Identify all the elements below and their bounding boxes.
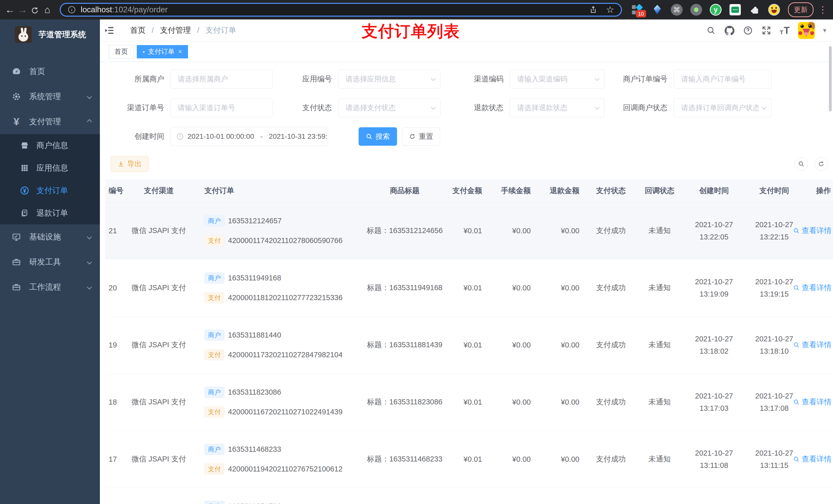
cell-id: 17 bbox=[105, 455, 128, 463]
col-header-title: 商品标题 bbox=[364, 186, 446, 196]
pay-status-select[interactable]: 请选择支付状态 bbox=[338, 98, 441, 117]
gear-icon bbox=[11, 91, 22, 102]
browser-home-icon[interactable]: ⌂ bbox=[41, 0, 53, 20]
magnifier-icon bbox=[793, 456, 800, 462]
table-row: 18 微信 JSAPI 支付 商户1635311823086 支付4200001… bbox=[105, 374, 833, 431]
search-icon[interactable] bbox=[706, 25, 716, 35]
view-detail-link[interactable]: 查看详情 bbox=[793, 397, 833, 407]
github-icon[interactable] bbox=[724, 25, 735, 35]
sidebar-item-system[interactable]: 系统管理 bbox=[0, 84, 100, 109]
search-button[interactable]: 搜索 bbox=[359, 127, 397, 146]
col-header-channel: 支付渠道 bbox=[128, 186, 190, 196]
extension-diamond-icon[interactable]: 10 bbox=[632, 4, 644, 16]
magnifier-icon bbox=[793, 285, 800, 291]
share-icon[interactable] bbox=[589, 6, 597, 14]
sidebar-item-merchant-info[interactable]: 商户信息 bbox=[0, 134, 100, 157]
ext-square-icon bbox=[632, 5, 636, 9]
sidebar-item-label: 商户信息 bbox=[37, 140, 68, 151]
help-icon[interactable] bbox=[743, 25, 753, 35]
fullscreen-icon[interactable] bbox=[761, 25, 771, 35]
cell-order: 商户1635311881440 支付4200001173202110272847… bbox=[190, 330, 364, 360]
refresh-table-button[interactable] bbox=[814, 157, 828, 171]
sidebar-collapse-icon[interactable] bbox=[103, 25, 115, 37]
cell-create-time: 2021-10-2713:22:05 bbox=[684, 218, 744, 243]
channel-code-select[interactable]: 请输入渠道编码 bbox=[510, 70, 604, 89]
merchant-order-no-input[interactable] bbox=[674, 70, 771, 89]
extension-record-icon[interactable] bbox=[690, 4, 703, 16]
refund-status-select[interactable]: 请选择退款状态 bbox=[510, 98, 604, 117]
breadcrumb-payment[interactable]: 支付管理 bbox=[160, 26, 191, 34]
view-detail-link[interactable]: 查看详情 bbox=[793, 454, 833, 464]
chevron-down-icon bbox=[431, 105, 435, 110]
callback-status-select[interactable]: 请选择订单回调商户状态 bbox=[674, 98, 771, 117]
sidebar-item-label: 应用信息 bbox=[37, 163, 68, 173]
browser-reload-icon[interactable] bbox=[29, 0, 41, 20]
tab-pay-order[interactable]: ● 支付订单 × bbox=[137, 45, 188, 58]
sidebar-item-infra[interactable]: 基础设施 bbox=[0, 224, 100, 249]
active-dot-icon: ● bbox=[143, 50, 145, 53]
pay-tag: 支付 bbox=[205, 349, 224, 360]
browser-forward-icon[interactable]: → bbox=[16, 0, 29, 20]
bookmark-star-icon[interactable]: ☆ bbox=[606, 4, 614, 15]
url-text[interactable]: localhost:1024/pay/order bbox=[81, 5, 168, 14]
site-info-icon[interactable] bbox=[67, 5, 76, 14]
cell-fee: ¥0.00 bbox=[489, 398, 538, 406]
cell-notify: 未通知 bbox=[635, 454, 684, 464]
table-toolbar: 导出 bbox=[105, 156, 828, 172]
sidebar-item-pay-order[interactable]: 支付订单 bbox=[0, 179, 100, 202]
tab-close-icon[interactable]: × bbox=[178, 48, 182, 55]
cell-notify: 未通知 bbox=[635, 283, 684, 293]
screen: ← → ⌂ localhost:1024/pay/order ☆ 10 ⌘ bbox=[0, 0, 833, 504]
sidebar-item-app-info[interactable]: 应用信息 bbox=[0, 157, 100, 179]
browser-toolbar: ← → ⌂ localhost:1024/pay/order ☆ 10 ⌘ bbox=[0, 0, 833, 20]
app-title: 芋道管理系统 bbox=[39, 29, 86, 40]
page-scrollbar[interactable] bbox=[829, 46, 832, 112]
cell-title: 标题：1635312124656 bbox=[364, 225, 446, 236]
extension-command-icon[interactable]: ⌘ bbox=[671, 4, 683, 16]
cell-channel: 微信 JSAPI 支付 bbox=[128, 397, 190, 407]
magnifier-icon bbox=[793, 342, 800, 348]
extension-kite-icon[interactable] bbox=[651, 4, 663, 16]
cell-status: 支付成功 bbox=[587, 225, 635, 236]
tab-home[interactable]: 首页 bbox=[109, 45, 134, 58]
briefcase-icon bbox=[11, 282, 22, 293]
browser-update-button[interactable]: 更新 bbox=[788, 2, 813, 17]
view-detail-link[interactable]: 查看详情 bbox=[793, 225, 833, 236]
col-header-pay-time: 支付时间 bbox=[744, 186, 804, 196]
extension-y-icon[interactable]: y bbox=[710, 4, 722, 16]
view-detail-link[interactable]: 查看详情 bbox=[793, 283, 833, 293]
extensions-puzzle-icon[interactable] bbox=[748, 4, 761, 16]
sidebar-item-workflow[interactable]: 工作流程 bbox=[0, 274, 100, 299]
merchant-input[interactable] bbox=[170, 70, 273, 89]
user-avatar[interactable] bbox=[798, 22, 815, 39]
breadcrumb-home[interactable]: 首页 bbox=[130, 26, 145, 34]
view-detail-link[interactable]: 查看详情 bbox=[793, 340, 833, 350]
reset-button[interactable]: 重置 bbox=[402, 127, 440, 146]
export-button[interactable]: 导出 bbox=[111, 156, 148, 172]
monitor-icon bbox=[11, 231, 22, 242]
sidebar-item-refund-order[interactable]: 退款订单 bbox=[0, 202, 100, 224]
extension-chat-icon[interactable] bbox=[729, 4, 741, 16]
sidebar-logo-row[interactable]: 芋道管理系统 bbox=[0, 20, 100, 48]
extension-badge: 10 bbox=[636, 10, 646, 18]
url-path: :1024/pay/order bbox=[112, 5, 168, 14]
col-header-fee: 手续金额 bbox=[489, 186, 538, 196]
cell-notify: 未通知 bbox=[635, 340, 684, 350]
sidebar-item-label: 支付订单 bbox=[37, 185, 68, 196]
create-time-range-picker[interactable]: 2021-10-01 00:00:00 - 2021-10-31 23:59:5… bbox=[170, 127, 328, 146]
address-bar[interactable]: localhost:1024/pay/order ☆ bbox=[60, 3, 622, 17]
profile-emoji-icon[interactable] bbox=[768, 4, 780, 16]
channel-order-no-input[interactable] bbox=[170, 98, 273, 117]
browser-menu-icon[interactable]: ⋮ bbox=[818, 4, 827, 15]
filter-row-3: 创建时间 2021-10-01 00:00:00 - 2021-10-31 23… bbox=[105, 127, 833, 146]
app-no-select[interactable]: 请选择应用信息 bbox=[338, 70, 441, 89]
cell-amount: ¥0.01 bbox=[446, 398, 489, 406]
toggle-search-button[interactable] bbox=[794, 157, 808, 171]
cell-refund: ¥0.00 bbox=[538, 455, 587, 463]
sidebar-item-home[interactable]: 首页 bbox=[0, 59, 100, 84]
browser-back-icon[interactable]: ← bbox=[4, 0, 16, 20]
sidebar-item-devtools[interactable]: 研发工具 bbox=[0, 249, 100, 274]
sidebar-item-payment[interactable]: ¥ 支付管理 bbox=[0, 109, 100, 134]
font-size-icon[interactable]: TT bbox=[780, 26, 790, 35]
avatar-caret-icon[interactable]: ▾ bbox=[823, 26, 826, 34]
